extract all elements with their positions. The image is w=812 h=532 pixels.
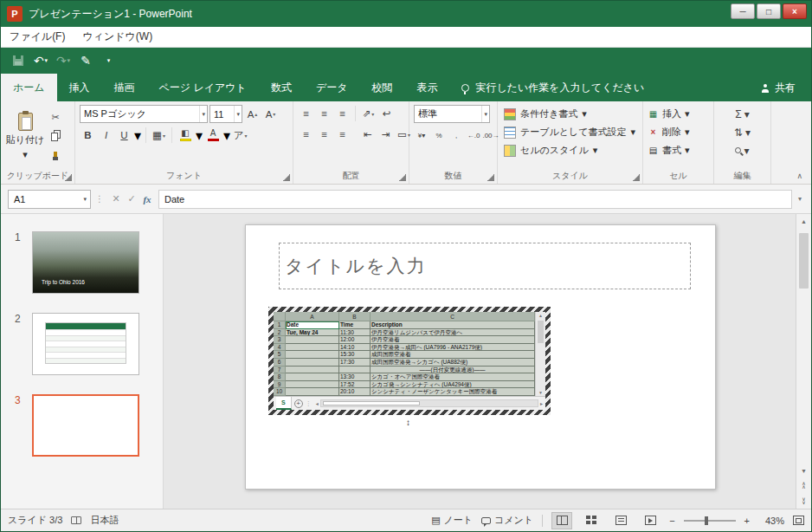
sheet-cell[interactable]: 13:30 (339, 373, 371, 381)
conditional-formatting-button[interactable]: 条件付き書式 ▾ (502, 105, 638, 123)
embedded-excel-object[interactable]: A B C 1 Date Time Description (268, 307, 551, 415)
slide-vertical-scrollbar[interactable]: ▲ ▼ ∧ ∧ ∨ ∨ (796, 214, 811, 509)
sheet-horizontal-scrollbar[interactable]: ◂ ▸ (316, 399, 543, 407)
row-header[interactable]: 3 (274, 336, 286, 344)
sheet-cell[interactable]: 伊丹空港着 (371, 336, 535, 344)
row-header[interactable]: 4 (274, 344, 286, 352)
italic-button[interactable]: I (98, 127, 114, 144)
sheet-cell[interactable]: シカゴ発→シンシナティへ (UA4294便) (371, 381, 535, 389)
thumbnail-slide-1[interactable]: 1 Trip to Ohio 2016 (15, 231, 163, 294)
tab-view[interactable]: 表示 (404, 74, 449, 101)
align-center-button[interactable]: ≡ (316, 126, 332, 143)
borders-button[interactable]: ▦▾ (151, 127, 167, 144)
clipboard-dialog-launcher-icon[interactable] (65, 174, 72, 181)
sheet-cell[interactable]: 17:30 (339, 359, 371, 367)
align-left-button[interactable]: ≡ (298, 126, 314, 143)
sheet-hscrollbar-thumb[interactable] (323, 401, 421, 405)
paste-button[interactable]: 貼り付け ▾ (5, 105, 45, 167)
tab-formulas[interactable]: 数式 (259, 74, 304, 101)
row-header[interactable]: 8 (274, 373, 286, 381)
zoom-in-button[interactable]: + (744, 516, 750, 526)
sheet-scroll-left-icon[interactable]: ◂ (316, 400, 319, 406)
title-placeholder[interactable]: タイトルを入力 (279, 243, 691, 289)
expand-formula-bar-icon[interactable]: ▾ (792, 195, 808, 203)
reading-view-button[interactable] (610, 512, 631, 529)
proofing-button[interactable] (71, 516, 81, 524)
sheet-cell[interactable]: Description (371, 321, 535, 329)
insert-function-button[interactable]: fx (139, 194, 155, 204)
bold-button[interactable]: B (80, 127, 96, 144)
align-top-button[interactable]: ≡ (298, 105, 314, 122)
sheet-scroll-down-icon[interactable]: ▼ (536, 389, 545, 396)
sheet-cell[interactable]: Time (339, 321, 371, 329)
decrease-indent-button[interactable]: ⇤ (359, 126, 376, 143)
sheet-cell[interactable]: ――(日付変更線通過)―― (371, 367, 535, 374)
styles-dialog-launcher-icon[interactable] (633, 174, 640, 181)
column-header-a[interactable]: A (286, 312, 339, 321)
sheet-cell[interactable]: 成田国際空港発→シカゴへ (UA882便) (371, 359, 535, 367)
tell-me-box[interactable]: 実行したい作業を入力してください (449, 74, 656, 101)
delete-cells-button[interactable]: × 削除 ▾ (648, 123, 709, 141)
zoom-slider-thumb[interactable] (705, 516, 708, 525)
thumbnail-slide-3[interactable]: 3 (15, 394, 163, 457)
sheet-cell[interactable] (286, 351, 339, 359)
fit-to-window-button[interactable] (793, 516, 804, 525)
tab-home[interactable]: ホーム (1, 74, 57, 101)
insert-cells-button[interactable]: ▦ 挿入 ▾ (648, 105, 709, 123)
sheet-cell[interactable] (286, 381, 339, 389)
minimize-button[interactable]: ─ (731, 3, 755, 19)
comments-button[interactable]: コメント (481, 514, 533, 527)
save-button[interactable] (10, 51, 27, 70)
menu-file[interactable]: ファイル(F) (1, 27, 74, 47)
sheet-cell[interactable]: シンシナティ・ノーザンケンタッキー国際空港着 (371, 388, 535, 396)
sheet-cell[interactable]: 20:10 (339, 388, 371, 396)
sheet-scroll-right-icon[interactable]: ▸ (540, 400, 543, 406)
scrollbar-thumb[interactable] (799, 233, 809, 289)
tab-insert[interactable]: 挿入 (57, 74, 102, 101)
grow-font-button[interactable]: A▴ (244, 106, 261, 123)
cut-button[interactable]: ✂ (45, 109, 66, 126)
zoom-slider[interactable] (684, 520, 736, 522)
tab-review[interactable]: 校閲 (359, 74, 404, 101)
column-header-b[interactable]: B (339, 312, 371, 321)
sheet-cell[interactable]: 伊丹空港リムジンバスで伊丹空港へ (371, 329, 535, 337)
sheet-cell[interactable] (286, 344, 339, 352)
thumbnail-slide-2[interactable]: 2 (15, 313, 163, 375)
row-header[interactable]: 5 (274, 351, 286, 359)
align-right-button[interactable]: ≡ (334, 126, 351, 143)
sheet-cell[interactable] (286, 373, 339, 381)
notes-button[interactable]: ▤ ノート (431, 514, 473, 527)
percent-format-button[interactable]: % (431, 127, 447, 144)
sheet-cell[interactable] (286, 367, 339, 374)
cell-styles-button[interactable]: セルのスタイル ▾ (502, 141, 638, 159)
zoom-out-button[interactable]: − (669, 516, 674, 526)
sheet-cell[interactable]: 17:52 (339, 381, 371, 389)
currency-format-button[interactable]: ¥▾ (414, 127, 429, 144)
name-box[interactable]: A1 ▾ (8, 190, 91, 209)
sheet-cell[interactable]: 成田国際空港着 (371, 351, 535, 359)
row-header[interactable]: 2 (274, 329, 286, 337)
increase-decimal-button[interactable]: ←.0 (466, 127, 481, 144)
font-name-combo[interactable]: MS Pゴシック ▾ (80, 105, 208, 123)
language-indicator[interactable]: 日本語 (90, 514, 119, 527)
sheet-cell[interactable] (286, 388, 339, 396)
fill-color-button[interactable]: ◧ (177, 127, 194, 144)
sheet-vertical-scrollbar[interactable]: ▲ ▼ (535, 312, 545, 396)
align-bottom-button[interactable]: ≡ (334, 105, 351, 122)
sheet-cell[interactable]: 伊丹空港発→成田へ (UA7996 - ANA2179便) (371, 344, 535, 352)
row-header[interactable]: 1 (274, 321, 286, 329)
sheet-cell[interactable]: 12:00 (339, 336, 371, 344)
number-format-combo[interactable]: 標準 ▾ (414, 105, 490, 123)
tab-page-layout[interactable]: ページ レイアウト (147, 74, 259, 101)
slide-sorter-view-button[interactable] (581, 512, 602, 529)
alignment-dialog-launcher-icon[interactable] (399, 174, 406, 181)
slideshow-button[interactable] (640, 512, 661, 529)
row-header[interactable]: 6 (274, 359, 286, 367)
orientation-button[interactable]: ⇗▾ (360, 105, 377, 122)
row-header[interactable]: 9 (274, 381, 286, 389)
current-slide[interactable]: タイトルを入力 A B C (245, 224, 716, 490)
font-color-button[interactable]: A (204, 127, 222, 144)
align-middle-button[interactable]: ≡ (316, 105, 332, 122)
sheet-cell[interactable]: 11:30 (339, 329, 371, 337)
touch-mode-button[interactable]: ✎ (77, 51, 94, 70)
